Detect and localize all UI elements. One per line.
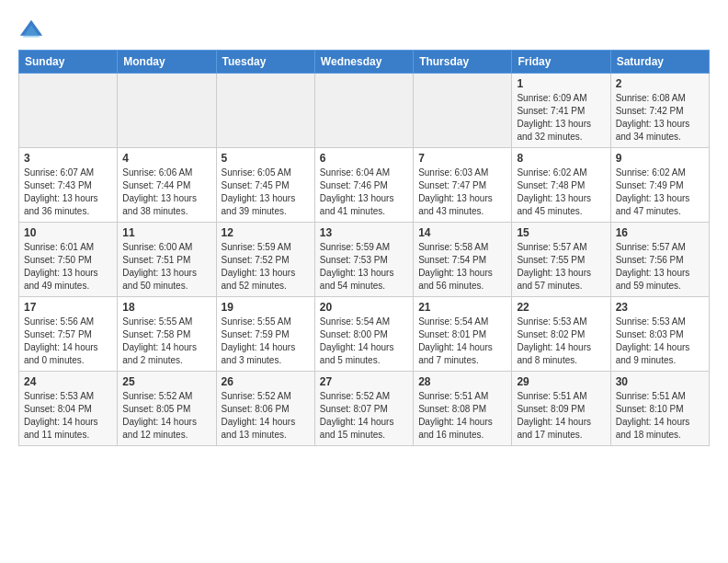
day-info-line: Sunset: 7:59 PM (222, 328, 310, 341)
day-number: 12 (222, 226, 310, 239)
day-info-line: and 18 minutes. (616, 429, 704, 442)
day-info-line: and 5 minutes. (320, 354, 408, 367)
day-info-line: Sunset: 7:51 PM (122, 254, 210, 267)
day-cell: 7Sunrise: 6:03 AMSunset: 7:47 PMDaylight… (414, 148, 512, 223)
day-info-line: and 38 minutes. (122, 205, 210, 218)
day-info-line: Sunrise: 5:59 AM (222, 241, 310, 254)
day-info-line: Daylight: 13 hours (616, 192, 704, 205)
day-info-line: Daylight: 13 hours (122, 192, 210, 205)
day-info-line: and 7 minutes. (418, 354, 506, 367)
day-info-line: and 2 minutes. (122, 354, 210, 367)
day-info-line: Daylight: 13 hours (517, 118, 605, 131)
day-info-line: Daylight: 13 hours (418, 192, 506, 205)
header-thursday: Thursday (414, 51, 512, 74)
day-number: 27 (320, 375, 408, 388)
day-cell (118, 74, 216, 148)
day-cell: 3Sunrise: 6:07 AMSunset: 7:43 PMDaylight… (19, 148, 118, 223)
day-number: 15 (517, 226, 605, 239)
day-info-line: Sunset: 7:55 PM (517, 254, 605, 267)
day-cell: 14Sunrise: 5:58 AMSunset: 7:54 PMDayligh… (414, 223, 512, 297)
day-cell: 9Sunrise: 6:02 AMSunset: 7:49 PMDaylight… (610, 148, 709, 223)
day-info-line: Daylight: 14 hours (418, 416, 506, 429)
day-cell: 4Sunrise: 6:06 AMSunset: 7:44 PMDaylight… (118, 148, 216, 223)
day-info-line: Sunrise: 5:55 AM (122, 316, 210, 328)
day-info-line: and 16 minutes. (418, 429, 506, 442)
day-number: 24 (24, 375, 112, 388)
day-info-line: Sunrise: 6:02 AM (517, 167, 605, 179)
day-info-line: Sunset: 8:01 PM (418, 328, 506, 341)
day-cell: 19Sunrise: 5:55 AMSunset: 7:59 PMDayligh… (216, 297, 314, 372)
day-cell (414, 74, 512, 148)
day-cell: 30Sunrise: 5:51 AMSunset: 8:10 PMDayligh… (610, 372, 709, 446)
day-number: 13 (320, 226, 408, 239)
day-number: 20 (320, 301, 408, 314)
week-row-3: 10Sunrise: 6:01 AMSunset: 7:50 PMDayligh… (19, 223, 710, 297)
day-info-line: Daylight: 14 hours (418, 341, 506, 354)
day-info-line: and 17 minutes. (517, 429, 605, 442)
day-info-line: Sunrise: 5:57 AM (616, 241, 704, 254)
day-info-line: Sunrise: 5:52 AM (222, 390, 310, 403)
day-info-line: Sunrise: 6:09 AM (517, 92, 605, 105)
day-info-line: Sunset: 8:08 PM (418, 403, 506, 416)
day-info-line: Daylight: 13 hours (24, 267, 112, 280)
day-info-line: Sunset: 7:58 PM (122, 328, 210, 341)
day-info-line: Sunrise: 5:54 AM (418, 316, 506, 328)
day-cell (216, 74, 314, 148)
day-cell: 23Sunrise: 5:53 AMSunset: 8:03 PMDayligh… (610, 297, 709, 372)
day-info-line: Daylight: 14 hours (616, 341, 704, 354)
header-friday: Friday (512, 51, 610, 74)
day-info-line: and 32 minutes. (517, 131, 605, 144)
day-number: 4 (122, 152, 210, 165)
day-info-line: and 0 minutes. (24, 354, 112, 367)
day-info-line: Daylight: 14 hours (517, 416, 605, 429)
day-cell: 13Sunrise: 5:59 AMSunset: 7:53 PMDayligh… (314, 223, 413, 297)
day-info-line: Sunset: 8:05 PM (122, 403, 210, 416)
header-monday: Monday (118, 51, 216, 74)
day-cell: 8Sunrise: 6:02 AMSunset: 7:48 PMDaylight… (512, 148, 610, 223)
day-info-line: and 11 minutes. (24, 429, 112, 442)
day-number: 11 (122, 226, 210, 239)
day-info-line: Sunrise: 5:57 AM (517, 241, 605, 254)
day-number: 2 (616, 77, 704, 90)
week-row-1: 1Sunrise: 6:09 AMSunset: 7:41 PMDaylight… (19, 74, 710, 148)
day-info-line: Sunrise: 5:52 AM (320, 390, 408, 403)
day-cell: 29Sunrise: 5:51 AMSunset: 8:09 PMDayligh… (512, 372, 610, 446)
week-row-4: 17Sunrise: 5:56 AMSunset: 7:57 PMDayligh… (19, 297, 710, 372)
calendar-table: SundayMondayTuesdayWednesdayThursdayFrid… (18, 50, 710, 446)
week-row-2: 3Sunrise: 6:07 AMSunset: 7:43 PMDaylight… (19, 148, 710, 223)
calendar-body: 1Sunrise: 6:09 AMSunset: 7:41 PMDaylight… (19, 74, 710, 446)
day-number: 16 (616, 226, 704, 239)
day-info-line: Sunrise: 6:06 AM (122, 167, 210, 179)
day-info-line: and 47 minutes. (616, 205, 704, 218)
day-cell: 20Sunrise: 5:54 AMSunset: 8:00 PMDayligh… (314, 297, 413, 372)
day-info-line: Daylight: 14 hours (320, 341, 408, 354)
day-number: 23 (616, 301, 704, 314)
day-cell: 17Sunrise: 5:56 AMSunset: 7:57 PMDayligh… (19, 297, 118, 372)
day-cell: 26Sunrise: 5:52 AMSunset: 8:06 PMDayligh… (216, 372, 314, 446)
day-info-line: Sunset: 8:04 PM (24, 403, 112, 416)
day-info-line: Daylight: 14 hours (24, 416, 112, 429)
day-info-line: Daylight: 14 hours (222, 341, 310, 354)
day-info-line: Daylight: 13 hours (222, 192, 310, 205)
day-info-line: and 52 minutes. (222, 280, 310, 293)
day-number: 9 (616, 152, 704, 165)
day-info-line: Sunset: 7:46 PM (320, 179, 408, 192)
day-cell: 28Sunrise: 5:51 AMSunset: 8:08 PMDayligh… (414, 372, 512, 446)
day-info-line: Sunset: 7:43 PM (24, 179, 112, 192)
day-info-line: Sunset: 7:45 PM (222, 179, 310, 192)
day-number: 10 (24, 226, 112, 239)
day-info-line: and 9 minutes. (616, 354, 704, 367)
day-info-line: and 41 minutes. (320, 205, 408, 218)
day-cell (19, 74, 118, 148)
day-info-line: Daylight: 14 hours (320, 416, 408, 429)
day-cell: 11Sunrise: 6:00 AMSunset: 7:51 PMDayligh… (118, 223, 216, 297)
day-info-line: Sunrise: 5:51 AM (517, 390, 605, 403)
day-info-line: and 34 minutes. (616, 131, 704, 144)
day-info-line: Sunset: 8:00 PM (320, 328, 408, 341)
day-info-line: Sunrise: 5:59 AM (320, 241, 408, 254)
day-info-line: Sunrise: 5:52 AM (122, 390, 210, 403)
day-info-line: Sunrise: 6:05 AM (222, 167, 310, 179)
day-info-line: Daylight: 13 hours (320, 267, 408, 280)
day-number: 26 (222, 375, 310, 388)
day-info-line: and 15 minutes. (320, 429, 408, 442)
